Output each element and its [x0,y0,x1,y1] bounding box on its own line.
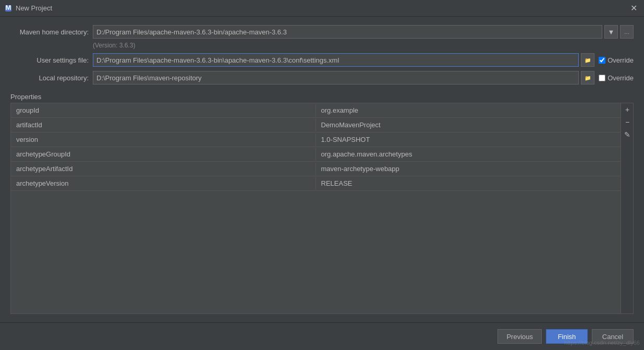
property-key-3: archetypeGroupId [11,148,316,160]
edit-property-button[interactable]: ✎ [621,128,634,141]
property-key-0: groupId [11,104,316,116]
version-text: (Version: 3.6.3) [93,42,634,49]
add-property-button[interactable]: + [621,103,634,116]
local-repo-input-wrapper: 📁 [93,71,594,85]
property-value-4: maven-archetype-webapp [316,163,621,175]
watermark: https://blog.csdn.net/zy_dly66 [564,340,640,346]
property-value-1: DemoMavenProject [316,119,621,131]
properties-table: groupId org.example artifactId DemoMaven… [11,103,621,313]
local-repo-label: Local repository: [10,74,89,82]
properties-section: Properties groupId org.example artifactI… [10,89,634,314]
main-content: Maven home directory: ▼ … (Version: 3.6.… [0,17,644,322]
maven-home-input-wrapper: ▼ … [93,25,634,39]
maven-home-input[interactable] [93,25,602,39]
maven-home-label: Maven home directory: [10,28,89,36]
new-project-dialog: M New Project ✕ Maven home directory: ▼ … [0,0,644,350]
properties-title: Properties [10,93,634,101]
local-repo-override-row: Override [599,74,634,82]
property-value-0: org.example [316,104,621,116]
property-value-2: 1.0-SNAPSHOT [316,134,621,146]
user-settings-label: User settings file: [10,56,89,64]
table-row[interactable]: archetypeArtifactId maven-archetype-weba… [11,162,621,176]
local-repo-input[interactable] [93,71,579,85]
local-repo-override-checkbox[interactable] [599,75,605,81]
window-title: New Project [16,4,627,12]
property-key-4: archetypeArtifactId [11,163,316,175]
table-row[interactable]: archetypeVersion RELEASE [11,176,621,191]
local-repo-override-label[interactable]: Override [607,74,634,82]
user-settings-override-label[interactable]: Override [607,56,634,64]
table-row[interactable]: archetypeGroupId org.apache.maven.archet… [11,147,621,162]
property-value-3: org.apache.maven.archetypes [316,148,621,160]
previous-button[interactable]: Previous [497,329,542,344]
table-actions: + − ✎ [621,103,633,313]
property-key-5: archetypeVersion [11,177,316,189]
table-row[interactable]: artifactId DemoMavenProject [11,118,621,132]
window-icon: M [4,4,13,13]
maven-home-row: Maven home directory: ▼ … [10,25,634,39]
table-row[interactable]: version 1.0-SNAPSHOT [11,132,621,147]
user-settings-input[interactable] [93,53,579,67]
properties-table-wrapper: groupId org.example artifactId DemoMaven… [10,103,634,314]
svg-text:M: M [6,5,11,11]
property-key-2: version [11,134,316,146]
table-row[interactable]: groupId org.example [11,103,621,118]
local-repo-row: Local repository: 📁 Override [10,71,634,85]
user-settings-browse-button[interactable]: 📁 [581,53,594,67]
user-settings-input-wrapper: 📁 [93,53,594,67]
maven-home-dropdown-button[interactable]: ▼ [604,25,618,39]
title-bar: M New Project ✕ [0,0,644,17]
property-key-1: artifactId [11,119,316,131]
user-settings-override-checkbox[interactable] [599,57,605,64]
close-button[interactable]: ✕ [627,2,640,15]
maven-home-browse-button[interactable]: … [620,25,634,39]
user-settings-row: User settings file: 📁 Override [10,53,634,67]
property-value-5: RELEASE [316,177,621,189]
user-settings-override-row: Override [599,56,634,64]
footer: Previous Finish Cancel [0,322,644,350]
local-repo-browse-button[interactable]: 📁 [581,71,594,85]
remove-property-button[interactable]: − [621,116,634,128]
